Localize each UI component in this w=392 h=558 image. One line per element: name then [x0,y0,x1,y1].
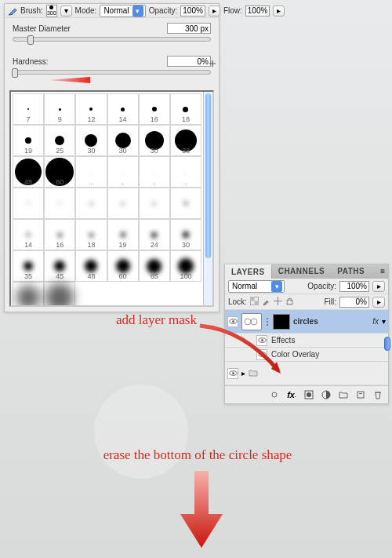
brush-preset-dropdown-button[interactable]: ▾ [60,5,72,16]
hardness-row: Hardness: 0% [5,45,219,78]
brush-preset[interactable]: 300 [13,282,44,305]
brush-preset[interactable]: 48 [75,250,107,282]
adjustment-layer-icon[interactable] [321,389,332,400]
master-diameter-slider[interactable] [13,37,211,42]
brush-preset[interactable]: . [75,156,107,188]
slider-thumb[interactable] [12,68,18,78]
brush-preset[interactable]: 16 [44,219,75,250]
brush-preset[interactable]: 7 [13,93,44,125]
panel-resize-knob[interactable] [384,337,390,351]
brush-preset[interactable]: . [139,156,170,188]
brush-preset[interactable] [75,188,107,219]
brush-preset[interactable]: 30 [107,125,139,156]
brush-preset[interactable] [170,188,201,219]
add-mask-icon[interactable] [303,389,314,400]
brush-preset-size-label: 25 [45,147,74,155]
vertical-scrollbar[interactable] [203,92,212,305]
blend-mode-select[interactable]: Normal▾ [100,5,145,17]
flow-dropdown-button[interactable]: ▸ [273,5,285,16]
brush-preset-size-label: 48 [76,272,106,280]
brush-preset[interactable]: 45 [44,250,75,282]
brush-preset[interactable]: 60 [44,156,75,188]
brush-preset[interactable]: . [107,156,139,188]
brush-preset[interactable] [44,188,75,219]
brush-preset-thumb[interactable]: 300 [46,5,57,17]
svg-rect-3 [287,300,292,305]
hardness-field[interactable]: 0% [167,56,211,67]
tab-channels[interactable]: CHANNELS [272,264,332,279]
brush-preset[interactable]: . [170,156,201,188]
fx-badge[interactable]: fx [372,317,379,326]
lock-transparency-icon[interactable] [250,297,259,307]
brush-label: Brush: [20,6,43,15]
flow-field[interactable]: 100% [245,5,270,16]
brush-preset-size-label: 9 [45,115,74,123]
brush-tool-icon[interactable] [8,6,17,16]
new-layer-icon[interactable] [355,389,366,400]
brush-preset-size-label: 38 [171,147,201,155]
brush-preset[interactable]: 9 [44,93,75,125]
hardness-slider[interactable] [13,70,211,75]
brush-options-panel: Brush: 300 ▾ Mode: Normal▾ Opacity: 100%… [4,3,220,312]
scrollbar-thumb[interactable] [205,93,211,258]
master-diameter-field[interactable]: 300 px [167,23,211,34]
opacity-dropdown-button[interactable]: ▸ [372,281,385,292]
brush-preset[interactable]: 60 [107,250,139,282]
tab-layers[interactable]: LAYERS [225,264,272,279]
brush-preset[interactable]: 12 [75,93,107,125]
opacity-field[interactable]: 100% [180,5,205,16]
brush-preset[interactable]: 19 [107,219,139,250]
brush-preset[interactable]: 14 [107,93,139,125]
lock-label: Lock: [228,297,247,306]
brush-preset[interactable]: 100 [170,250,201,282]
annotation-arrow-down [180,471,223,549]
brush-preset[interactable] [13,188,44,219]
brush-preset[interactable]: 24 [139,219,170,250]
fill-dropdown-button[interactable]: ▸ [372,297,385,308]
panel-tabs: LAYERS CHANNELS PATHS ≡ [225,264,388,279]
brush-preset-size-label: 7 [13,115,43,123]
trash-icon[interactable] [372,389,383,400]
brush-preset[interactable]: 500 [44,282,75,305]
brush-preset[interactable] [107,188,139,219]
opacity-dropdown-button[interactable]: ▸ [209,5,220,16]
brush-preset[interactable]: 25 [44,125,75,156]
opacity-label: Opacity: [149,6,178,15]
lock-all-icon[interactable] [285,297,294,307]
brush-preset[interactable]: 30 [170,219,201,250]
brush-preset-size-label: 18 [171,115,201,123]
panel-menu-icon[interactable]: ≡ [377,264,388,279]
flow-label: Flow: [223,6,242,15]
brush-preset-size-label: 35 [13,272,43,280]
brush-preset[interactable]: 18 [75,219,107,250]
brush-preset[interactable]: 30 [139,125,170,156]
layer-opacity-field[interactable]: 100% [339,281,369,292]
brush-preset[interactable]: 38 [170,125,201,156]
brush-preset[interactable]: 18 [170,93,201,125]
brush-preset[interactable] [139,188,170,219]
lock-position-icon[interactable] [274,297,282,307]
brush-preset[interactable]: 48 [13,156,44,188]
master-diameter-row: Master Diameter 300 px [5,18,219,45]
brush-preset[interactable]: 16 [139,93,170,125]
brush-preset[interactable]: 65 [139,250,170,282]
brush-preset-size-label: 24 [140,241,169,249]
fill-field[interactable]: 0% [339,297,369,308]
brush-preset-size-label: 65 [140,272,169,280]
brush-preset[interactable]: 14 [13,219,44,250]
brush-preset[interactable]: 19 [13,125,44,156]
panel-menu-icon[interactable] [208,59,217,68]
brush-preset[interactable]: 35 [13,250,44,282]
blend-mode-select[interactable]: Normal▾ [228,280,285,293]
brush-preset[interactable]: 30 [75,125,107,156]
collapse-triangle-icon[interactable]: ▾ [382,317,386,326]
slider-thumb[interactable] [27,35,34,45]
new-group-icon[interactable] [338,389,349,400]
background-circle-shape [94,385,188,479]
brush-preset-size-label: . [140,178,169,186]
tab-paths[interactable]: PATHS [331,264,371,279]
svg-rect-1 [250,297,255,301]
lock-paint-icon[interactable] [262,297,270,307]
brush-options-bar: Brush: 300 ▾ Mode: Normal▾ Opacity: 100%… [5,4,219,18]
annotation-erase-bottom: erase the bottom of the circle shape [72,447,323,463]
